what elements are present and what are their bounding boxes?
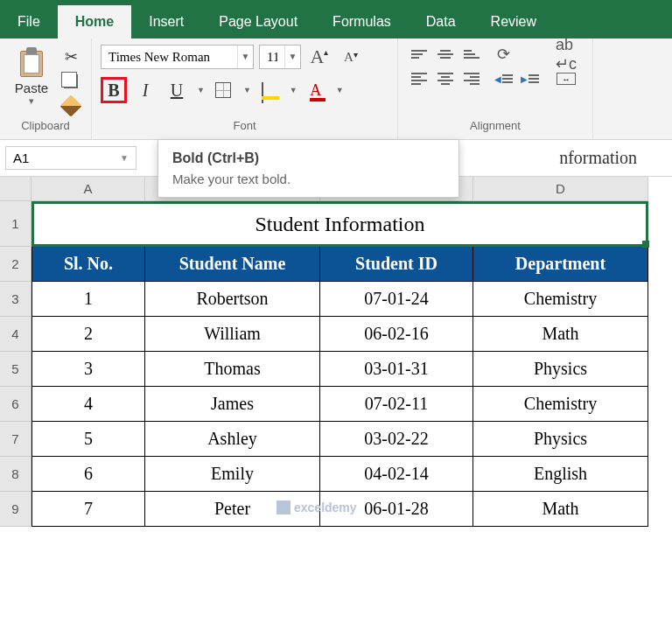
tab-home[interactable]: Home bbox=[58, 5, 131, 38]
cell[interactable]: 1 bbox=[32, 282, 145, 317]
format-painter-button[interactable] bbox=[60, 96, 82, 116]
align-top-button[interactable] bbox=[407, 44, 431, 65]
chevron-down-icon[interactable]: ▾ bbox=[29, 95, 34, 107]
select-all-corner[interactable] bbox=[0, 177, 32, 201]
ribbon: Paste ▾ ✂ Clipboard ▼ ▼ A▴ bbox=[0, 38, 672, 140]
shrink-font-button[interactable]: A▾ bbox=[338, 44, 364, 70]
name-box-value: A1 bbox=[13, 150, 29, 165]
table-row: 5 Ashley 03-02-22 Physics bbox=[32, 422, 672, 457]
align-bottom-button[interactable] bbox=[459, 44, 484, 65]
chevron-down-icon[interactable]: ▼ bbox=[237, 46, 253, 68]
cell[interactable]: English bbox=[473, 457, 648, 492]
align-left-button[interactable] bbox=[407, 68, 431, 89]
cell[interactable]: Chemistry bbox=[473, 282, 648, 317]
align-middle-button[interactable] bbox=[433, 44, 458, 65]
chevron-down-icon[interactable]: ▼ bbox=[243, 86, 251, 94]
row-header[interactable]: 1 bbox=[0, 201, 32, 247]
cell[interactable]: 06-01-28 bbox=[320, 492, 473, 527]
chevron-down-icon[interactable]: ▼ bbox=[336, 86, 344, 94]
row-header[interactable]: 6 bbox=[0, 387, 32, 422]
tab-review[interactable]: Review bbox=[473, 5, 554, 38]
row-header[interactable]: 3 bbox=[0, 282, 32, 317]
cell[interactable]: 07-01-24 bbox=[320, 282, 473, 317]
chevron-down-icon[interactable]: ▼ bbox=[197, 86, 205, 94]
cell[interactable]: Emily bbox=[145, 457, 320, 492]
cell[interactable]: William bbox=[145, 317, 320, 352]
font-name-combo[interactable]: ▼ bbox=[101, 45, 254, 69]
cell[interactable]: Physics bbox=[473, 352, 648, 387]
cell[interactable]: Math bbox=[473, 317, 648, 352]
cell[interactable]: Math bbox=[473, 492, 648, 527]
borders-button[interactable] bbox=[210, 77, 236, 103]
grow-font-button[interactable]: A▴ bbox=[306, 44, 332, 70]
row-header[interactable]: 4 bbox=[0, 317, 32, 352]
row-header[interactable]: 5 bbox=[0, 352, 32, 387]
chevron-down-icon[interactable]: ▼ bbox=[284, 46, 300, 68]
paste-button[interactable]: Paste ▾ bbox=[9, 44, 54, 107]
header-cell[interactable]: Department bbox=[473, 247, 648, 282]
copy-button[interactable] bbox=[60, 72, 82, 91]
decrease-indent-button[interactable]: ◀ bbox=[491, 68, 515, 89]
tab-insert[interactable]: Insert bbox=[131, 5, 201, 38]
col-header[interactable]: A bbox=[32, 177, 145, 201]
align-center-button[interactable] bbox=[433, 68, 458, 89]
increase-indent-button[interactable]: ▶ bbox=[517, 68, 542, 89]
cell[interactable]: Ashley bbox=[145, 422, 320, 457]
cell[interactable]: 06-02-16 bbox=[320, 317, 473, 352]
tab-data[interactable]: Data bbox=[409, 5, 473, 38]
shrink-font-icon: A bbox=[344, 50, 354, 65]
header-cell[interactable]: Student ID bbox=[320, 247, 473, 282]
row-header[interactable]: 8 bbox=[0, 457, 32, 492]
chevron-down-icon[interactable]: ▼ bbox=[290, 86, 298, 94]
font-size-input[interactable] bbox=[260, 50, 284, 65]
cell[interactable]: 3 bbox=[32, 352, 145, 387]
cell[interactable]: 4 bbox=[32, 387, 145, 422]
header-cell[interactable]: Sl. No. bbox=[32, 247, 145, 282]
orientation-button[interactable]: ⟳ bbox=[491, 44, 515, 65]
fill-color-button[interactable] bbox=[256, 77, 283, 103]
cell[interactable]: 03-01-31 bbox=[320, 352, 473, 387]
col-header[interactable]: D bbox=[473, 177, 648, 201]
font-size-combo[interactable]: ▼ bbox=[259, 45, 301, 69]
cell[interactable]: 7 bbox=[32, 492, 145, 527]
worksheet-grid: 1 2 3 4 5 6 7 8 9 A B C D Student Inform… bbox=[0, 177, 672, 527]
merge-center-button[interactable]: ↔ bbox=[549, 68, 584, 89]
clipboard-icon bbox=[17, 46, 46, 79]
font-name-input[interactable] bbox=[102, 50, 237, 65]
italic-button[interactable]: I bbox=[132, 77, 158, 103]
row-header[interactable]: 7 bbox=[0, 422, 32, 457]
cell[interactable]: 07-02-11 bbox=[320, 387, 473, 422]
bold-icon: B bbox=[108, 80, 119, 101]
tooltip-text: Make your text bold. bbox=[172, 172, 444, 186]
align-right-button[interactable] bbox=[459, 68, 484, 89]
title-text: Student Information bbox=[256, 213, 425, 236]
row-header[interactable]: 9 bbox=[0, 492, 32, 527]
tab-file[interactable]: File bbox=[0, 5, 58, 38]
chevron-down-icon[interactable]: ▼ bbox=[120, 153, 129, 163]
cell[interactable]: Physics bbox=[473, 422, 648, 457]
tab-formulas[interactable]: Formulas bbox=[315, 5, 409, 38]
cell[interactable]: 04-02-14 bbox=[320, 457, 473, 492]
cell[interactable]: Chemistry bbox=[473, 387, 648, 422]
underline-button[interactable]: U bbox=[164, 77, 190, 103]
orientation-icon: ⟳ bbox=[497, 45, 510, 64]
cell[interactable]: Peter bbox=[145, 492, 320, 527]
merged-title-cell[interactable]: Student Information bbox=[32, 201, 648, 247]
cell[interactable]: Thomas bbox=[145, 352, 320, 387]
wrap-text-button[interactable]: ab↵c bbox=[549, 44, 584, 65]
tooltip-bold: Bold (Ctrl+B) Make your text bold. bbox=[158, 139, 459, 198]
cell[interactable]: Robertson bbox=[145, 282, 320, 317]
bold-button[interactable]: B bbox=[101, 77, 127, 103]
cell[interactable]: 03-02-22 bbox=[320, 422, 473, 457]
cell[interactable]: 6 bbox=[32, 457, 145, 492]
row-header[interactable]: 2 bbox=[0, 247, 32, 282]
selection-handle[interactable] bbox=[642, 241, 649, 248]
cell[interactable]: James bbox=[145, 387, 320, 422]
tab-page-layout[interactable]: Page Layout bbox=[201, 5, 315, 38]
name-box[interactable]: A1 ▼ bbox=[5, 146, 136, 170]
cell[interactable]: 2 bbox=[32, 317, 145, 352]
cell[interactable]: 5 bbox=[32, 422, 145, 457]
cut-button[interactable]: ✂ bbox=[60, 47, 82, 66]
font-color-button[interactable]: A bbox=[303, 77, 329, 103]
header-cell[interactable]: Student Name bbox=[145, 247, 320, 282]
